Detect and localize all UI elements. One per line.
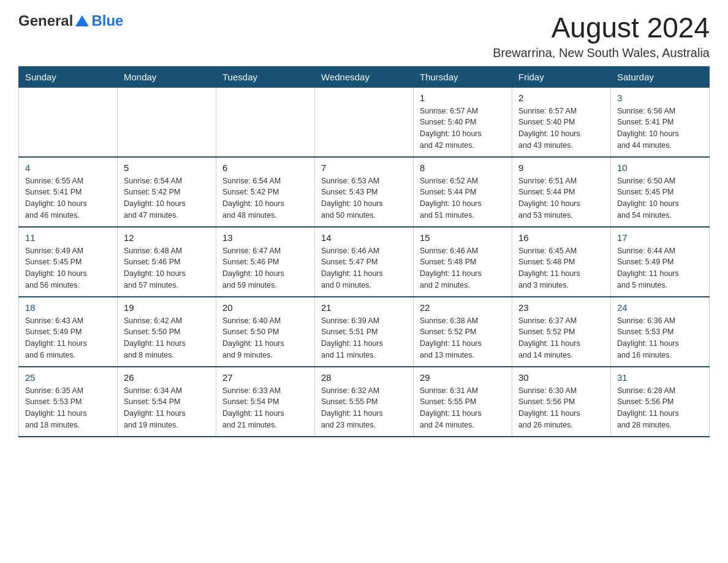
day-cell: [118, 87, 216, 157]
week-row-3: 11Sunrise: 6:49 AMSunset: 5:45 PMDayligh…: [19, 227, 710, 297]
day-number: 13: [222, 232, 308, 243]
title-block: August 2024 Brewarrina, New South Wales,…: [493, 12, 710, 60]
day-info: Sunrise: 6:50 AMSunset: 5:45 PMDaylight:…: [617, 175, 703, 221]
day-cell: [19, 87, 118, 157]
day-number: 22: [420, 302, 506, 313]
day-cell: [315, 87, 414, 157]
month-year-title: August 2024: [493, 12, 710, 44]
week-row-1: 1Sunrise: 6:57 AMSunset: 5:40 PMDaylight…: [19, 87, 710, 157]
header-tuesday: Tuesday: [216, 66, 315, 87]
day-info: Sunrise: 6:44 AMSunset: 5:49 PMDaylight:…: [617, 245, 703, 291]
day-info: Sunrise: 6:36 AMSunset: 5:53 PMDaylight:…: [617, 315, 703, 361]
day-number: 31: [617, 372, 703, 383]
day-number: 19: [124, 302, 210, 313]
day-number: 20: [222, 302, 308, 313]
header-friday: Friday: [512, 66, 611, 87]
day-number: 26: [124, 372, 210, 383]
day-cell: 4Sunrise: 6:55 AMSunset: 5:41 PMDaylight…: [19, 157, 118, 227]
location-subtitle: Brewarrina, New South Wales, Australia: [493, 46, 710, 60]
day-number: 21: [321, 302, 407, 313]
day-cell: 22Sunrise: 6:38 AMSunset: 5:52 PMDayligh…: [414, 297, 512, 367]
day-number: 14: [321, 232, 407, 243]
day-number: 2: [518, 93, 604, 103]
day-cell: 23Sunrise: 6:37 AMSunset: 5:52 PMDayligh…: [512, 297, 611, 367]
day-cell: 28Sunrise: 6:32 AMSunset: 5:55 PMDayligh…: [315, 367, 414, 437]
day-number: 12: [124, 232, 210, 243]
day-cell: 1Sunrise: 6:57 AMSunset: 5:40 PMDaylight…: [414, 87, 512, 157]
day-info: Sunrise: 6:38 AMSunset: 5:52 PMDaylight:…: [420, 315, 506, 361]
day-number: 17: [617, 232, 703, 243]
page-header: General Blue August 2024 Brewarrina, New…: [18, 12, 710, 60]
day-info: Sunrise: 6:45 AMSunset: 5:48 PMDaylight:…: [518, 245, 604, 291]
day-cell: 16Sunrise: 6:45 AMSunset: 5:48 PMDayligh…: [512, 227, 611, 297]
day-cell: 6Sunrise: 6:54 AMSunset: 5:42 PMDaylight…: [216, 157, 315, 227]
day-info: Sunrise: 6:49 AMSunset: 5:45 PMDaylight:…: [25, 245, 111, 291]
day-cell: 25Sunrise: 6:35 AMSunset: 5:53 PMDayligh…: [19, 367, 118, 437]
header-sunday: Sunday: [19, 66, 118, 87]
day-cell: 3Sunrise: 6:56 AMSunset: 5:41 PMDaylight…: [611, 87, 710, 157]
day-number: 29: [420, 372, 506, 383]
day-info: Sunrise: 6:54 AMSunset: 5:42 PMDaylight:…: [124, 175, 210, 221]
day-cell: 21Sunrise: 6:39 AMSunset: 5:51 PMDayligh…: [315, 297, 414, 367]
day-number: 24: [617, 302, 703, 313]
day-number: 28: [321, 372, 407, 383]
header-thursday: Thursday: [414, 66, 512, 87]
day-info: Sunrise: 6:47 AMSunset: 5:46 PMDaylight:…: [222, 245, 308, 291]
day-info: Sunrise: 6:52 AMSunset: 5:44 PMDaylight:…: [420, 175, 506, 221]
svg-marker-0: [75, 15, 89, 26]
day-cell: 24Sunrise: 6:36 AMSunset: 5:53 PMDayligh…: [611, 297, 710, 367]
day-cell: 7Sunrise: 6:53 AMSunset: 5:43 PMDaylight…: [315, 157, 414, 227]
day-info: Sunrise: 6:35 AMSunset: 5:53 PMDaylight:…: [25, 385, 111, 431]
day-cell: 31Sunrise: 6:28 AMSunset: 5:56 PMDayligh…: [611, 367, 710, 437]
day-info: Sunrise: 6:33 AMSunset: 5:54 PMDaylight:…: [222, 385, 308, 431]
day-info: Sunrise: 6:55 AMSunset: 5:41 PMDaylight:…: [25, 175, 111, 221]
day-number: 1: [420, 93, 506, 103]
day-info: Sunrise: 6:30 AMSunset: 5:56 PMDaylight:…: [518, 385, 604, 431]
logo-blue-text: Blue: [91, 12, 123, 29]
day-number: 23: [518, 302, 604, 313]
day-info: Sunrise: 6:37 AMSunset: 5:52 PMDaylight:…: [518, 315, 604, 361]
day-number: 16: [518, 232, 604, 243]
day-cell: 20Sunrise: 6:40 AMSunset: 5:50 PMDayligh…: [216, 297, 315, 367]
day-info: Sunrise: 6:53 AMSunset: 5:43 PMDaylight:…: [321, 175, 407, 221]
day-cell: 11Sunrise: 6:49 AMSunset: 5:45 PMDayligh…: [19, 227, 118, 297]
day-cell: 8Sunrise: 6:52 AMSunset: 5:44 PMDaylight…: [414, 157, 512, 227]
day-info: Sunrise: 6:28 AMSunset: 5:56 PMDaylight:…: [617, 385, 703, 431]
day-cell: 30Sunrise: 6:30 AMSunset: 5:56 PMDayligh…: [512, 367, 611, 437]
calendar-header-row: SundayMondayTuesdayWednesdayThursdayFrid…: [19, 66, 710, 87]
day-cell: 14Sunrise: 6:46 AMSunset: 5:47 PMDayligh…: [315, 227, 414, 297]
day-number: 25: [25, 372, 111, 383]
day-number: 9: [518, 163, 604, 173]
day-info: Sunrise: 6:39 AMSunset: 5:51 PMDaylight:…: [321, 315, 407, 361]
week-row-2: 4Sunrise: 6:55 AMSunset: 5:41 PMDaylight…: [19, 157, 710, 227]
week-row-5: 25Sunrise: 6:35 AMSunset: 5:53 PMDayligh…: [19, 367, 710, 437]
day-number: 3: [617, 93, 703, 103]
week-row-4: 18Sunrise: 6:43 AMSunset: 5:49 PMDayligh…: [19, 297, 710, 367]
day-number: 7: [321, 163, 407, 173]
day-cell: 17Sunrise: 6:44 AMSunset: 5:49 PMDayligh…: [611, 227, 710, 297]
calendar-table: SundayMondayTuesdayWednesdayThursdayFrid…: [18, 66, 710, 437]
day-info: Sunrise: 6:51 AMSunset: 5:44 PMDaylight:…: [518, 175, 604, 221]
day-cell: 12Sunrise: 6:48 AMSunset: 5:46 PMDayligh…: [118, 227, 216, 297]
day-info: Sunrise: 6:42 AMSunset: 5:50 PMDaylight:…: [124, 315, 210, 361]
header-wednesday: Wednesday: [315, 66, 414, 87]
day-cell: 10Sunrise: 6:50 AMSunset: 5:45 PMDayligh…: [611, 157, 710, 227]
day-number: 6: [222, 163, 308, 173]
day-number: 15: [420, 232, 506, 243]
day-cell: 15Sunrise: 6:46 AMSunset: 5:48 PMDayligh…: [414, 227, 512, 297]
day-cell: 18Sunrise: 6:43 AMSunset: 5:49 PMDayligh…: [19, 297, 118, 367]
day-info: Sunrise: 6:32 AMSunset: 5:55 PMDaylight:…: [321, 385, 407, 431]
day-cell: 26Sunrise: 6:34 AMSunset: 5:54 PMDayligh…: [118, 367, 216, 437]
day-cell: 13Sunrise: 6:47 AMSunset: 5:46 PMDayligh…: [216, 227, 315, 297]
day-info: Sunrise: 6:46 AMSunset: 5:48 PMDaylight:…: [420, 245, 506, 291]
logo-general-text: General: [18, 12, 73, 29]
day-number: 27: [222, 372, 308, 383]
day-info: Sunrise: 6:48 AMSunset: 5:46 PMDaylight:…: [124, 245, 210, 291]
day-number: 10: [617, 163, 703, 173]
logo-triangle-icon: [75, 14, 89, 28]
day-info: Sunrise: 6:31 AMSunset: 5:55 PMDaylight:…: [420, 385, 506, 431]
day-number: 30: [518, 372, 604, 383]
day-cell: 5Sunrise: 6:54 AMSunset: 5:42 PMDaylight…: [118, 157, 216, 227]
day-cell: 9Sunrise: 6:51 AMSunset: 5:44 PMDaylight…: [512, 157, 611, 227]
day-info: Sunrise: 6:57 AMSunset: 5:40 PMDaylight:…: [518, 105, 604, 151]
